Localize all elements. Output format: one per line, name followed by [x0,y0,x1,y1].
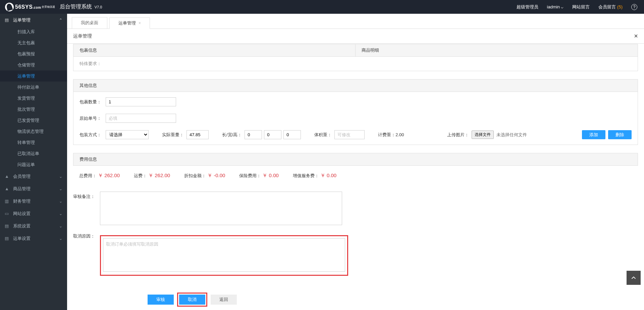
length-input[interactable] [245,130,262,139]
doc-icon: ▤ [5,236,10,241]
orig-no-label: 原始单号： [79,115,106,121]
real-weight-input[interactable] [186,130,209,139]
member-message-link[interactable]: 会员留言 (5) [598,4,623,10]
page-tabs: 我的桌面 运单管理× [67,14,644,29]
app-title: 后台管理系统 [60,3,92,10]
no-file-label: 未选择任何文件 [496,132,527,138]
fee-info-head: 费用信息 [73,153,638,166]
chevron-up-icon: ⌃ [59,18,62,22]
chevron-down-icon: ⌵ [561,4,564,9]
fee-line: 总费用：￥ 262.00 运费：￥ 262.00 折扣金额：￥ -0.00 保险… [73,166,638,186]
section-tabs: 包裹信息 商品明细 [73,44,638,57]
chevron-down-icon: ⌄ [59,174,62,179]
sidebar: ▤ 运单管理 ⌃ 扫描入库 无主包裹 包裹预报 仓储管理 运单管理 待付款运单 … [0,14,67,310]
sidebar-group-waybill-settings[interactable]: ▤运单设置⌄ [0,232,67,245]
sidebar-item-storage[interactable]: 仓储管理 [0,59,67,70]
chevron-down-icon: ⌄ [59,199,62,204]
user-dropdown[interactable]: iadmin ⌵ [547,4,564,9]
cancel-reason-label: 取消原因： [73,231,100,276]
sidebar-item-ownerless[interactable]: 无主包裹 [0,37,67,48]
height-input[interactable] [283,130,301,139]
sidebar-submenu: 扫描入库 无主包裹 包裹预报 仓储管理 运单管理 待付款运单 发货管理 批次管理… [0,26,67,170]
system-icon: ▤ [5,223,10,228]
pack-type-label: 包装方式： [79,132,106,138]
sidebar-item-shipped[interactable]: 已发货管理 [0,115,67,126]
sidebar-item-waybill[interactable]: 运单管理 [0,70,67,82]
cancel-reason-highlight [100,235,348,276]
add-button[interactable]: 添加 [582,130,605,139]
bottom-buttons: 审核 取消 返回 [148,293,237,307]
help-icon[interactable]: ? [631,4,637,10]
cancel-button[interactable]: 取消 [179,295,205,305]
sidebar-item-transfer[interactable]: 转单管理 [0,137,67,148]
sidebar-group-waybill[interactable]: ▤ 运单管理 ⌃ [0,14,67,26]
sidebar-group-finance[interactable]: ▥财务管理⌄ [0,195,67,207]
special-requirements: 特殊要求： [73,57,638,71]
close-panel-icon[interactable]: × [634,32,638,40]
real-weight-label: 实际重量： [162,132,184,138]
upload-label: 上传图片： [447,132,469,138]
other-info-head: 其他信息 [73,79,638,92]
chevron-down-icon: ⌄ [59,224,62,228]
sidebar-group-member[interactable]: ▲会员管理⌄ [0,170,67,183]
cancel-button-highlight: 取消 [177,293,207,307]
delete-button[interactable]: 删除 [608,130,632,139]
logo: 56SYS.com 全景物流通 [5,3,55,11]
sidebar-group-site[interactable]: ▭网站设置⌄ [0,207,67,220]
orig-no-input[interactable] [106,114,176,123]
role-label: 超级管理员 [517,4,538,10]
sidebar-item-cancelled[interactable]: 已取消运单 [0,148,67,159]
vol-weight-label: 体积重： [314,132,332,138]
review-note-label: 审核备注： [73,192,100,225]
sidebar-item-shipping[interactable]: 发货管理 [0,93,67,104]
user-icon: ▲ [5,174,10,179]
charge-weight-label: 计费重：2.00 [378,132,404,138]
sidebar-item-scan[interactable]: 扫描入库 [0,26,67,37]
app-version: V7.0 [95,5,102,9]
choose-file-button[interactable]: 选择文件 [472,131,494,139]
brand-tag: 全景物流通 [42,5,55,9]
width-input[interactable] [264,130,281,139]
chevron-down-icon: ⌄ [59,211,62,216]
page-title: 运单管理 [73,33,92,39]
cancel-reason-textarea[interactable] [103,238,345,272]
page-heading: 运单管理 × [67,29,644,44]
content-area: 我的桌面 运单管理× 运单管理 × 包裹信息 商品明细 特殊要求： 其他信息 包… [67,14,644,310]
chevron-up-icon [630,274,637,281]
sidebar-item-batch[interactable]: 批次管理 [0,104,67,115]
finance-icon: ▥ [5,199,10,204]
logo-globe-icon [5,3,14,11]
vol-weight-input[interactable] [334,130,365,139]
tab-waybill[interactable]: 运单管理× [109,17,150,29]
site-message-link[interactable]: 网站留言 [572,4,590,10]
review-note-textarea[interactable] [100,192,342,225]
lwh-label: 长/宽/高： [222,132,242,138]
sidebar-item-pending[interactable]: 待付款运单 [0,82,67,93]
review-button[interactable]: 审核 [148,295,174,305]
brand-text: 56SYS.com [15,4,41,10]
site-icon: ▭ [5,211,10,216]
sidebar-group-system[interactable]: ▤系统设置⌄ [0,220,67,232]
doc-icon: ▤ [5,17,10,22]
tab-package-info[interactable]: 包裹信息 [73,44,356,56]
scroll-top-button[interactable] [627,271,641,285]
pack-type-select[interactable]: 请选择 [106,130,149,139]
sidebar-group-goods[interactable]: ▲商品管理⌄ [0,183,67,195]
tab-goods-detail[interactable]: 商品明细 [356,44,638,56]
tab-desktop[interactable]: 我的桌面 [72,17,107,29]
sidebar-item-forecast[interactable]: 包裹预报 [0,48,67,59]
top-bar: 56SYS.com 全景物流通 后台管理系统 V7.0 超级管理员 iadmin… [0,0,644,14]
pkg-count-label: 包裹数量： [79,99,106,105]
chevron-down-icon: ⌄ [59,187,62,191]
pkg-count-input[interactable] [106,97,176,106]
back-button[interactable]: 返回 [211,295,237,305]
chevron-down-icon: ⌄ [59,236,62,241]
sidebar-item-problem[interactable]: 问题运单 [0,159,67,170]
close-icon[interactable]: × [139,21,141,25]
sidebar-item-logistics[interactable]: 物流状态管理 [0,126,67,137]
user-icon: ▲ [5,186,10,191]
